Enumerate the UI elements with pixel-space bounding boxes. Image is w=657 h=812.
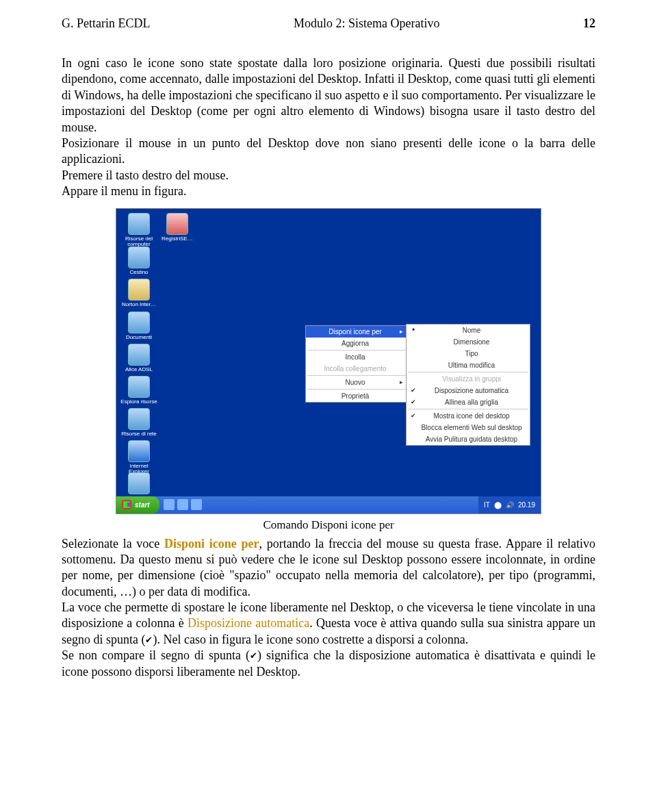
tray-language[interactable]: IT bbox=[484, 501, 490, 509]
desktop-icon[interactable]: Internet Explorer bbox=[120, 440, 157, 475]
submenu-item-blocca[interactable]: Blocca elementi Web sul desktop bbox=[407, 422, 530, 433]
desktop-icon[interactable]: Esplora risorse bbox=[120, 376, 157, 405]
paragraph-7: Se non compare il segno di spunta (✔) si… bbox=[62, 648, 595, 680]
header-author: G. Pettarin ECDL bbox=[62, 16, 150, 31]
start-button[interactable]: start bbox=[116, 496, 159, 513]
checkmark-icon: ✔ bbox=[145, 635, 153, 645]
header-page: 12 bbox=[583, 16, 595, 31]
desktop-icon[interactable]: RegistriSE… bbox=[159, 213, 196, 242]
figure-caption: Comando Disponi icone per bbox=[62, 518, 595, 532]
highlight-disposizione-auto: Disposizione automatica bbox=[188, 616, 309, 630]
submenu-item-nome[interactable]: Nome bbox=[407, 325, 530, 336]
context-submenu: Nome Dimensione Tipo Ultima modifica Vis… bbox=[406, 324, 530, 446]
desktop-icon[interactable]: Alice ADSL bbox=[120, 344, 157, 372]
body-text-2: Selezionate la voce Disponi icone per, p… bbox=[62, 536, 595, 681]
menu-item-proprieta[interactable]: Proprietà bbox=[306, 390, 407, 402]
menu-separator bbox=[408, 409, 528, 409]
desktop-icon[interactable]: Cestino bbox=[120, 246, 157, 275]
header-title: Modulo 2: Sistema Operativo bbox=[294, 16, 439, 31]
desktop-icon[interactable]: Risorse del computer bbox=[120, 213, 157, 248]
body-text: In ogni caso le icone sono state spostat… bbox=[62, 55, 595, 200]
menu-item-aggiorna[interactable]: Aggiorna bbox=[306, 338, 407, 349]
submenu-item-disposizione-auto[interactable]: Disposizione automatica bbox=[407, 385, 530, 396]
context-menu: Disponi icone per Aggiorna Incolla Incol… bbox=[305, 325, 408, 403]
app-icon bbox=[128, 472, 150, 494]
app-icon bbox=[128, 344, 150, 366]
network-icon bbox=[128, 408, 150, 430]
explorer-icon bbox=[128, 376, 150, 398]
submenu-item-mostra[interactable]: Mostra icone del desktop bbox=[407, 410, 530, 422]
menu-separator bbox=[408, 372, 528, 372]
menu-item-incolla-collegamento: Incolla collegamento bbox=[306, 363, 407, 375]
quicklaunch-icon[interactable] bbox=[177, 499, 188, 510]
desktop-icon[interactable]: Norton Inter… bbox=[120, 279, 157, 307]
system-tray: IT ⬤ 🔊 20.19 bbox=[478, 496, 541, 513]
submenu-item-griglia[interactable]: Allinea alla griglia bbox=[407, 396, 530, 408]
menu-item-nuovo[interactable]: Nuovo bbox=[306, 377, 407, 388]
submenu-item-tipo[interactable]: Tipo bbox=[407, 348, 530, 359]
paragraph-2: Posizionare il mouse in un punto del Des… bbox=[62, 136, 595, 168]
windows-logo-icon bbox=[122, 500, 131, 509]
figure-wrapper: Risorse del computer RegistriSE… Cestino… bbox=[62, 208, 595, 532]
folder-icon bbox=[128, 312, 150, 333]
file-icon bbox=[166, 213, 188, 235]
submenu-item-gruppi: Visualizza in gruppi bbox=[407, 373, 530, 385]
document-page: G. Pettarin ECDL Modulo 2: Sistema Opera… bbox=[0, 0, 657, 812]
ie-icon bbox=[128, 440, 150, 462]
taskbar: start IT ⬤ 🔊 20.19 bbox=[116, 496, 541, 513]
quicklaunch-icon[interactable] bbox=[191, 499, 202, 510]
menu-separator bbox=[307, 350, 406, 351]
paragraph-5: Selezionate la voce Disponi icone per, p… bbox=[62, 536, 595, 600]
checkmark-icon: ✔ bbox=[250, 651, 257, 661]
quick-launch bbox=[164, 499, 202, 510]
paragraph-1: In ogni caso le icone sono state spostat… bbox=[62, 55, 595, 136]
shield-icon bbox=[128, 279, 150, 301]
menu-separator bbox=[307, 375, 406, 376]
desktop-icon[interactable]: Risorse di rete bbox=[120, 408, 157, 437]
computer-icon bbox=[128, 213, 150, 235]
submenu-item-dimensione[interactable]: Dimensione bbox=[407, 336, 530, 348]
menu-item-incolla[interactable]: Incolla bbox=[306, 351, 407, 363]
trash-icon bbox=[128, 246, 150, 268]
tray-icon[interactable]: 🔊 bbox=[506, 501, 514, 509]
paragraph-6: La voce che permette di spostare le icon… bbox=[62, 600, 595, 648]
submenu-item-ultima[interactable]: Ultima modifica bbox=[407, 359, 530, 371]
menu-separator bbox=[307, 389, 406, 390]
desktop-screenshot: Risorse del computer RegistriSE… Cestino… bbox=[116, 208, 541, 514]
paragraph-4: Appare il menu in figura. bbox=[62, 183, 595, 199]
submenu-item-pulitura[interactable]: Avvia Pulitura guidata desktop bbox=[407, 433, 530, 445]
highlight-disponi: Disponi icone per bbox=[164, 537, 259, 550]
quicklaunch-icon[interactable] bbox=[164, 499, 175, 510]
paragraph-3: Premere il tasto destro del mouse. bbox=[62, 168, 595, 183]
desktop-icon[interactable]: Documenti bbox=[120, 312, 157, 340]
tray-icon[interactable]: ⬤ bbox=[494, 501, 502, 509]
tray-clock[interactable]: 20.19 bbox=[518, 501, 535, 509]
page-header: G. Pettarin ECDL Modulo 2: Sistema Opera… bbox=[62, 16, 595, 31]
menu-item-disponi[interactable]: Disponi icone per bbox=[306, 326, 407, 338]
